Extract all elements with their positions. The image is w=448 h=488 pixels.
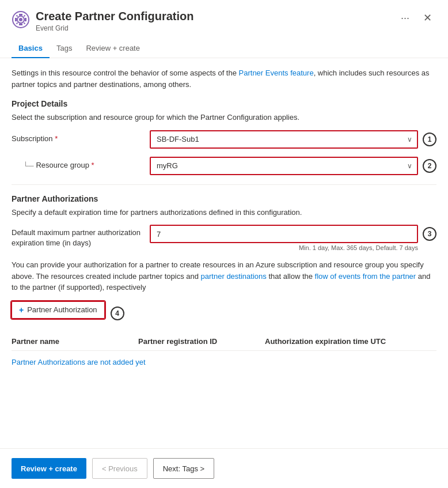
partner-events-link[interactable]: Partner Events feature	[239, 69, 314, 77]
resource-group-required-star: *	[92, 161, 94, 169]
next-tags-button[interactable]: Next: Tags >	[153, 458, 214, 479]
dialog-subtitle: Event Grid	[36, 24, 396, 32]
dialog-header: Create Partner Configuration Event Grid …	[0, 0, 448, 39]
partner-table-header: Partner name Partner registration ID Aut…	[12, 332, 436, 351]
table-empty-message: Partner Authorizations are not added yet	[12, 351, 436, 373]
resource-group-select-wrapper: myRG	[150, 157, 418, 175]
gear-icon	[12, 10, 30, 29]
plus-icon: +	[19, 305, 24, 315]
review-create-button[interactable]: Review + create	[12, 458, 86, 479]
subscription-label: Subscription *	[12, 134, 150, 144]
subscription-select[interactable]: SB-DF-Sub1	[150, 130, 418, 149]
subscription-row: Subscription * SB-DF-Sub1 1	[12, 130, 436, 149]
subscription-step-badge: 1	[423, 133, 436, 146]
tree-connector: └─	[23, 161, 33, 170]
resource-group-select[interactable]: myRG	[150, 157, 418, 175]
ellipsis-button[interactable]: ···	[396, 10, 414, 27]
default-expiry-field-container: Min. 1 day, Max. 365 days, Default. 7 da…	[150, 225, 436, 251]
tab-review-create[interactable]: Review + create	[79, 39, 147, 58]
footer: Review + create < Previous Next: Tags >	[0, 448, 448, 488]
tab-basics[interactable]: Basics	[12, 39, 50, 58]
partner-destinations-link[interactable]: partner destinations	[201, 272, 267, 281]
resource-group-field-container: myRG 2	[150, 157, 436, 175]
close-button[interactable]: ✕	[419, 9, 436, 27]
divider-1	[12, 184, 436, 185]
resource-group-tree-line: └─ Resource group *	[23, 160, 150, 171]
dialog-title-area: Create Partner Configuration Event Grid	[36, 9, 396, 32]
partner-authorizations-title: Partner Authorizations	[12, 194, 436, 203]
resource-group-step-badge: 2	[423, 159, 436, 173]
dialog-title: Create Partner Configuration	[36, 9, 396, 23]
basics-description: Settings in this resource control the be…	[12, 67, 436, 90]
expiry-hint: Min. 1 day, Max. 365 days, Default. 7 da…	[150, 244, 418, 251]
add-partner-step-badge: 4	[111, 307, 124, 320]
flow-events-link[interactable]: flow of events from the partner	[315, 272, 416, 281]
default-expiry-input[interactable]	[150, 225, 418, 243]
default-expiry-row: Default maximum partner authorization ex…	[12, 225, 436, 251]
project-details-title: Project Details	[12, 99, 436, 108]
main-content: Settings in this resource control the be…	[0, 58, 448, 448]
resource-group-row: └─ Resource group * myRG 2	[12, 157, 436, 175]
tab-bar: Basics Tags Review + create	[0, 39, 448, 58]
dialog-header-actions: ··· ✕	[396, 9, 436, 27]
resource-group-label: Resource group *	[36, 160, 150, 171]
subscription-select-wrapper: SB-DF-Sub1	[150, 130, 418, 149]
expiry-step-badge: 3	[423, 227, 436, 241]
project-details-desc: Select the subscription and resource gro…	[12, 112, 436, 123]
add-partner-label: Partner Authorization	[27, 305, 97, 314]
partner-authorizations-desc: Specify a default expiration time for pa…	[12, 207, 436, 218]
svg-point-1	[19, 18, 22, 21]
tab-tags[interactable]: Tags	[50, 39, 79, 58]
add-partner-authorization-button[interactable]: + Partner Authorization	[12, 301, 105, 319]
dialog: Create Partner Configuration Event Grid …	[0, 0, 448, 488]
col-registration-id: Partner registration ID	[138, 337, 265, 346]
col-partner-name: Partner name	[12, 337, 138, 346]
default-expiry-label: Default maximum partner authorization ex…	[12, 228, 150, 248]
default-expiry-with-hint: Min. 1 day, Max. 365 days, Default. 7 da…	[150, 225, 418, 251]
subscription-field-container: SB-DF-Sub1 1	[150, 130, 436, 149]
partner-authorizations-section: Partner Authorizations Specify a default…	[12, 194, 436, 373]
previous-button[interactable]: < Previous	[92, 458, 147, 479]
add-partner-btn-row: + Partner Authorization 4	[12, 301, 436, 326]
col-expiration-time: Authorization expiration time UTC	[265, 337, 436, 346]
partner-auth-info-text: You can provide your authorization for a…	[12, 259, 436, 293]
subscription-required-star: *	[55, 134, 58, 143]
